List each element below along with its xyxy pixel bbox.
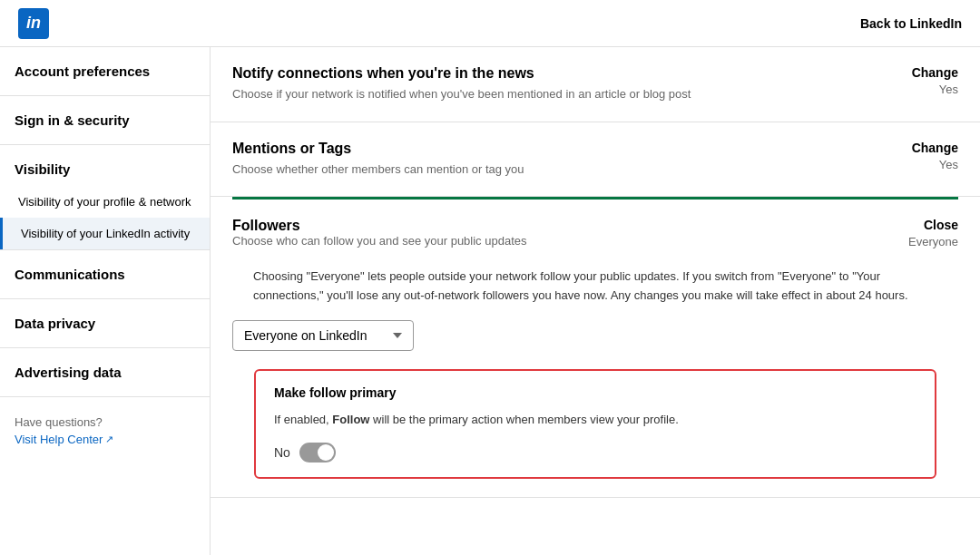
followers-left: Followers Choose who can follow you and …: [232, 218, 527, 262]
mentions-tags-value: Yes: [939, 158, 958, 171]
sidebar-footer: Have questions? Visit Help Center ↗: [0, 397, 210, 464]
mentions-tags-change-btn[interactable]: Change: [895, 141, 958, 155]
main-content: Notify connections when you're in the ne…: [211, 47, 980, 555]
visibility-section: Visibility Visibility of your profile & …: [0, 145, 210, 250]
followers-dropdown[interactable]: Everyone on LinkedIn Your connections on…: [232, 320, 414, 351]
followers-desc: Choose who can follow you and see your p…: [232, 234, 527, 248]
mentions-tags-right: Change Yes: [895, 141, 958, 171]
followers-section: Followers Choose who can follow you and …: [211, 200, 980, 498]
followers-value: Everyone: [908, 235, 958, 248]
toggle-row: No: [274, 443, 916, 462]
make-follow-desc-before: If enabled,: [274, 413, 332, 426]
followers-info-text: Choosing "Everyone" lets people outside …: [232, 268, 958, 306]
sidebar-item-data-privacy[interactable]: Data privacy: [0, 299, 210, 347]
notify-connections-row: Notify connections when you're in the ne…: [211, 47, 980, 122]
sidebar-item-communications[interactable]: Communications: [0, 250, 210, 298]
mentions-tags-left: Mentions or Tags Choose whether other me…: [232, 141, 895, 179]
make-follow-desc-after: will be the primary action when members …: [370, 413, 679, 426]
sidebar-item-sign-in-security[interactable]: Sign in & security: [0, 96, 210, 144]
account-preferences-section: Account preferences: [0, 47, 210, 96]
external-link-icon: ↗: [105, 433, 113, 445]
toggle-label: No: [274, 445, 290, 460]
notify-connections-right: Change Yes: [895, 65, 958, 96]
visit-help-center-link[interactable]: Visit Help Center ↗: [15, 433, 195, 446]
make-follow-primary-title: Make follow primary: [274, 385, 916, 400]
back-to-linkedin-link[interactable]: Back to LinkedIn: [860, 16, 962, 31]
visibility-section-header: Visibility: [0, 145, 210, 186]
have-questions-text: Have questions?: [15, 415, 195, 429]
linkedin-logo: in: [18, 8, 49, 39]
sidebar-item-visibility-profile-network[interactable]: Visibility of your profile & network: [0, 186, 210, 218]
sign-in-security-section: Sign in & security: [0, 96, 210, 145]
mentions-tags-row: Mentions or Tags Choose whether other me…: [211, 122, 980, 198]
notify-connections-left: Notify connections when you're in the ne…: [232, 65, 895, 103]
data-privacy-section: Data privacy: [0, 299, 210, 348]
followers-title: Followers: [232, 218, 527, 234]
notify-connections-change-btn[interactable]: Change: [895, 65, 958, 80]
followers-header: Followers Choose who can follow you and …: [232, 218, 958, 262]
communications-section: Communications: [0, 250, 210, 299]
mentions-tags-title: Mentions or Tags: [232, 141, 877, 157]
followers-close-btn[interactable]: Close: [908, 218, 958, 232]
make-follow-primary-box: Make follow primary If enabled, Follow w…: [254, 369, 936, 480]
followers-right: Close Everyone: [908, 218, 958, 262]
sidebar-item-advertising-data[interactable]: Advertising data: [0, 348, 210, 396]
followers-dropdown-container: Everyone on LinkedIn Your connections on…: [232, 320, 958, 351]
page-layout: Account preferences Sign in & security V…: [0, 47, 980, 555]
make-follow-toggle[interactable]: [299, 443, 336, 462]
page-header: in Back to LinkedIn: [0, 0, 980, 47]
notify-connections-value: Yes: [939, 83, 958, 96]
visit-help-label: Visit Help Center: [15, 433, 103, 446]
sidebar-item-visibility-linkedin-activity[interactable]: Visibility of your LinkedIn activity: [0, 218, 210, 249]
make-follow-primary-desc: If enabled, Follow will be the primary a…: [274, 411, 916, 429]
mentions-tags-desc: Choose whether other members can mention…: [232, 161, 877, 179]
advertising-data-section: Advertising data: [0, 348, 210, 397]
sidebar: Account preferences Sign in & security V…: [0, 47, 211, 555]
notify-connections-title: Notify connections when you're in the ne…: [232, 65, 877, 82]
sidebar-item-account-preferences[interactable]: Account preferences: [0, 47, 210, 95]
make-follow-desc-bold: Follow: [332, 413, 369, 426]
notify-connections-desc: Choose if your network is notified when …: [232, 85, 877, 103]
